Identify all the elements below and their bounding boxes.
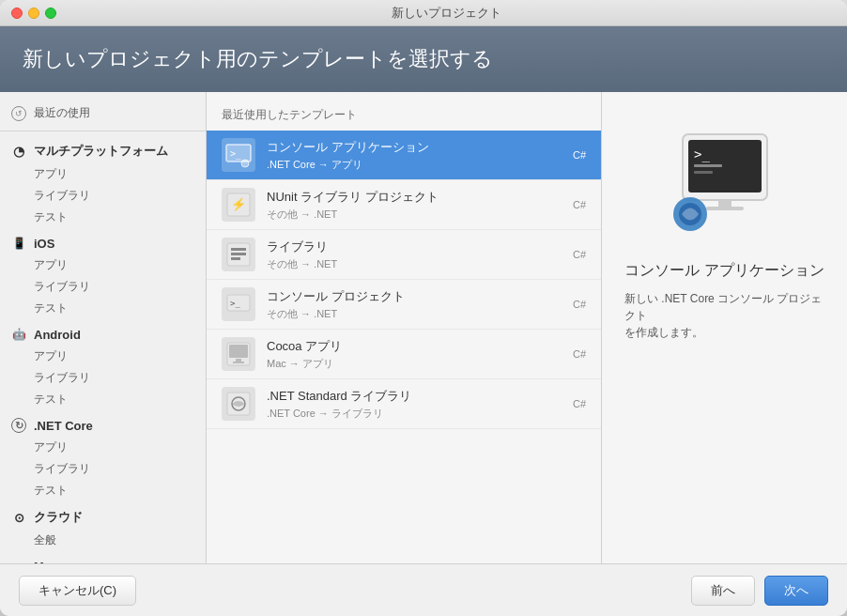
recent-icon: ↺: [11, 106, 26, 121]
svg-text:⚡: ⚡: [231, 196, 247, 212]
template-cocoa-name: Cocoa アプリ: [267, 338, 565, 355]
sidebar-item-cloud[interactable]: ⊙ クラウド: [0, 501, 206, 530]
template-section-label: 最近使用したテンプレート: [207, 103, 601, 131]
template-item-nunit[interactable]: ⚡ NUnit ライブラリ プロジェクト その他 → .NET C#: [207, 180, 601, 230]
minimize-button[interactable]: [28, 8, 39, 19]
svg-text:>_: >_: [230, 148, 242, 160]
sidebar-item-ios[interactable]: 📱 iOS: [0, 228, 206, 254]
netstandard-icon: [222, 387, 255, 421]
detail-title: コンソール アプリケーション: [624, 261, 824, 281]
template-console-text: コンソール アプリケーション .NET Core → アプリ: [267, 139, 565, 172]
sidebar-sub-android-library[interactable]: ライブラリ: [0, 367, 206, 389]
main-area: 最近使用したテンプレート >_ コンソール アプリケーション: [207, 92, 847, 563]
template-item-netstandard[interactable]: .NET Standard ライブラリ .NET Core → ライブラリ C#: [207, 379, 601, 429]
divider: [0, 131, 206, 131]
template-netstandard-name: .NET Standard ライブラリ: [267, 388, 565, 405]
detail-icon-area: >_: [650, 120, 800, 242]
svg-rect-21: [694, 171, 713, 174]
template-cocoa-lang: C#: [573, 348, 586, 360]
sidebar-netcore-label: .NET Core: [34, 419, 93, 433]
sidebar-cloud-label: クラウド: [34, 509, 83, 526]
sidebar-ios-label: iOS: [34, 237, 54, 251]
window-title: 新しいプロジェクト: [56, 5, 836, 22]
console-proj-icon: >_: [222, 287, 255, 321]
sidebar: ↺ 最近の使用 ◔ マルチプラットフォーム アプリ ライブラリ テスト 📱 iO…: [0, 92, 207, 563]
svg-rect-13: [236, 359, 241, 362]
sidebar-sub-android-test[interactable]: テスト: [0, 389, 206, 410]
template-library-sub: その他 → .NET: [267, 257, 565, 271]
header: 新しいプロジェクト用のテンプレートを選択する: [0, 26, 847, 92]
template-item-cocoa[interactable]: Cocoa アプリ Mac → アプリ C#: [207, 330, 601, 379]
cancel-button[interactable]: キャンセル(C): [19, 576, 136, 606]
template-item-console-proj[interactable]: >_ コンソール プロジェクト その他 → .NET C#: [207, 280, 601, 330]
template-cocoa-sub: Mac → アプリ: [267, 357, 565, 371]
template-nunit-sub: その他 → .NET: [267, 208, 565, 222]
template-console-lang: C#: [573, 149, 586, 161]
template-list: 最近使用したテンプレート >_ コンソール アプリケーション: [207, 92, 601, 563]
template-library-name: ライブラリ: [267, 239, 565, 255]
sidebar-sub-netcore-app[interactable]: アプリ: [0, 437, 206, 458]
template-item-console-app[interactable]: >_ コンソール アプリケーション .NET Core → アプリ C#: [207, 131, 601, 180]
svg-rect-8: [231, 257, 240, 260]
svg-rect-23: [706, 207, 744, 210]
template-library-text: ライブラリ その他 → .NET: [267, 239, 565, 271]
traffic-lights: [11, 8, 56, 19]
sidebar-sub-netcore-test[interactable]: テスト: [0, 480, 206, 501]
detail-description: 新しい .NET Core コンソール プロジェクトを作成します。: [624, 290, 824, 341]
footer: キャンセル(C) 前へ 次へ: [0, 563, 847, 616]
sidebar-multiplatform-label: マルチプラットフォーム: [34, 143, 168, 160]
template-item-library[interactable]: ライブラリ その他 → .NET C#: [207, 230, 601, 280]
template-console-proj-name: コンソール プロジェクト: [267, 288, 565, 305]
svg-rect-20: [694, 164, 722, 167]
sidebar-sub-multiplatform-library[interactable]: ライブラリ: [0, 185, 206, 207]
titlebar: 新しいプロジェクト: [0, 0, 847, 26]
template-section: 最近使用したテンプレート >_ コンソール アプリケーション: [207, 92, 847, 563]
page-title: 新しいプロジェクト用のテンプレートを選択する: [23, 45, 824, 73]
main-window: 新しいプロジェクト 新しいプロジェクト用のテンプレートを選択する ↺ 最近の使用…: [0, 0, 847, 616]
template-netstandard-lang: C#: [573, 398, 586, 409]
template-netstandard-text: .NET Standard ライブラリ .NET Core → ライブラリ: [267, 388, 565, 421]
console-app-icon: >_: [222, 138, 255, 172]
sidebar-item-recent[interactable]: ↺ 最近の使用: [0, 100, 206, 127]
detail-panel: >_ コンソール アプリケーション: [601, 92, 847, 563]
sidebar-item-android[interactable]: 🤖 Android: [0, 319, 206, 346]
sidebar-android-label: Android: [34, 328, 81, 342]
maximize-button[interactable]: [45, 8, 56, 19]
template-console-name: コンソール アプリケーション: [267, 139, 565, 156]
back-button[interactable]: 前へ: [691, 576, 755, 606]
ios-icon: 📱: [11, 236, 26, 251]
detail-illustration: >_: [654, 125, 795, 238]
library-icon: [222, 238, 255, 271]
cloud-icon: ⊙: [11, 510, 26, 525]
netcore-icon: ↻: [11, 418, 26, 433]
template-console-proj-text: コンソール プロジェクト その他 → .NET: [267, 288, 565, 321]
sidebar-sub-netcore-library[interactable]: ライブラリ: [0, 458, 206, 480]
template-cocoa-text: Cocoa アプリ Mac → アプリ: [267, 338, 565, 371]
svg-rect-14: [233, 362, 244, 363]
sidebar-sub-ios-app[interactable]: アプリ: [0, 254, 206, 276]
svg-point-2: [241, 160, 249, 167]
template-console-proj-lang: C#: [573, 299, 586, 310]
sidebar-sub-android-app[interactable]: アプリ: [0, 346, 206, 367]
template-nunit-text: NUnit ライブラリ プロジェクト その他 → .NET: [267, 189, 565, 222]
template-nunit-lang: C#: [573, 199, 586, 210]
sidebar-sub-ios-test[interactable]: テスト: [0, 298, 206, 319]
svg-rect-22: [718, 200, 732, 208]
content-area: ↺ 最近の使用 ◔ マルチプラットフォーム アプリ ライブラリ テスト 📱 iO…: [0, 92, 847, 563]
sidebar-sub-cloud-general[interactable]: 全般: [0, 530, 206, 551]
svg-text:>_: >_: [230, 299, 240, 308]
template-library-lang: C#: [573, 249, 586, 260]
sidebar-item-multiplatform[interactable]: ◔ マルチプラットフォーム: [0, 135, 206, 163]
sidebar-sub-multiplatform-test[interactable]: テスト: [0, 207, 206, 228]
close-button[interactable]: [11, 8, 23, 19]
sidebar-recent-label: 最近の使用: [34, 105, 90, 121]
sidebar-item-netcore[interactable]: ↻ .NET Core: [0, 410, 206, 437]
nunit-icon: ⚡: [222, 188, 255, 222]
svg-text:>_: >_: [694, 146, 710, 162]
sidebar-sub-ios-library[interactable]: ライブラリ: [0, 276, 206, 298]
svg-rect-6: [231, 248, 246, 251]
cocoa-icon: [222, 337, 255, 371]
next-button[interactable]: 次へ: [764, 576, 828, 606]
sidebar-sub-multiplatform-app[interactable]: アプリ: [0, 163, 206, 185]
sidebar-item-mac[interactable]: ▪ Mac: [0, 551, 206, 563]
